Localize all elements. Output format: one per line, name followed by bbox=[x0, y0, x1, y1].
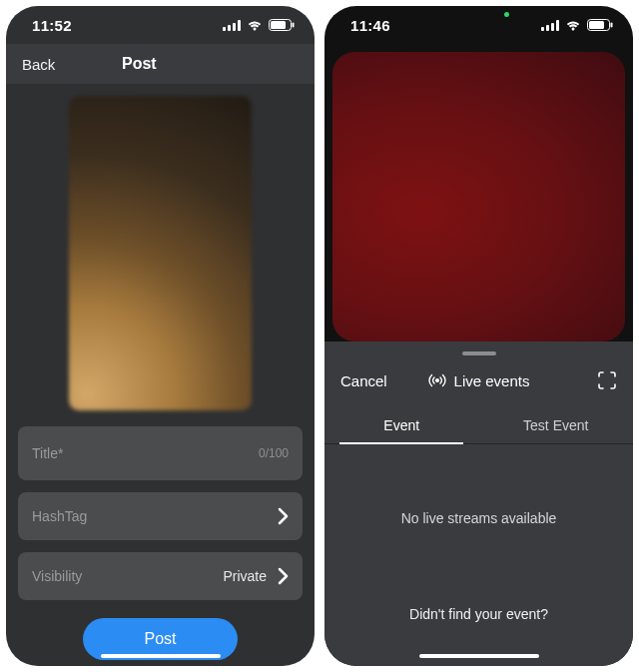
camera-viewfinder[interactable] bbox=[332, 52, 625, 341]
title-placeholder: Title* bbox=[32, 445, 63, 461]
sheet-title-text: Live events bbox=[454, 372, 530, 389]
svg-rect-9 bbox=[551, 23, 554, 31]
svg-rect-6 bbox=[293, 23, 295, 28]
wifi-icon bbox=[247, 20, 263, 31]
title-field[interactable]: Title* 0/100 bbox=[18, 426, 303, 480]
phone-post-screen: 11:52 Back Post Title* 0/100 HashTag bbox=[6, 6, 315, 666]
nav-bar: Back Post bbox=[6, 44, 315, 84]
event-tabs: Event Test Event bbox=[324, 407, 633, 444]
scan-button[interactable] bbox=[547, 371, 617, 389]
scan-icon bbox=[597, 371, 617, 389]
svg-rect-12 bbox=[589, 21, 604, 29]
home-indicator[interactable] bbox=[419, 654, 539, 658]
cancel-button[interactable]: Cancel bbox=[340, 372, 410, 389]
visibility-value: Private bbox=[223, 568, 267, 584]
tab-event[interactable]: Event bbox=[324, 407, 479, 443]
home-indicator[interactable] bbox=[101, 654, 221, 658]
back-button[interactable]: Back bbox=[6, 56, 76, 73]
svg-rect-0 bbox=[223, 27, 226, 31]
signal-icon bbox=[223, 20, 241, 31]
status-icons bbox=[541, 19, 613, 31]
sheet-title: Live events bbox=[410, 372, 547, 389]
title-char-count: 0/100 bbox=[259, 446, 289, 460]
status-time: 11:52 bbox=[32, 17, 72, 34]
status-bar: 11:52 bbox=[6, 6, 315, 44]
status-time: 11:46 bbox=[350, 17, 390, 34]
wifi-icon bbox=[565, 20, 581, 31]
svg-point-14 bbox=[435, 378, 439, 382]
svg-rect-8 bbox=[546, 25, 549, 31]
signal-icon bbox=[541, 20, 559, 31]
post-form: Title* 0/100 HashTag Visibility Private … bbox=[6, 426, 315, 660]
svg-rect-2 bbox=[233, 23, 236, 31]
broadcast-icon bbox=[428, 373, 446, 387]
svg-rect-1 bbox=[228, 25, 231, 31]
empty-state-text: No live streams available bbox=[324, 510, 633, 526]
visibility-label: Visibility bbox=[32, 568, 82, 584]
media-preview[interactable] bbox=[69, 96, 252, 410]
chevron-right-icon bbox=[277, 567, 289, 585]
status-bar: 11:46 bbox=[324, 6, 633, 44]
visibility-field[interactable]: Visibility Private bbox=[18, 552, 303, 600]
battery-icon bbox=[269, 19, 295, 31]
media-preview-wrap bbox=[6, 84, 315, 426]
battery-icon bbox=[587, 19, 613, 31]
sheet-drag-handle[interactable] bbox=[462, 351, 496, 355]
phone-live-events-screen: 11:46 Cancel Live events Event Test Even… bbox=[324, 6, 633, 666]
find-event-link[interactable]: Didn't find your event? bbox=[324, 606, 633, 622]
privacy-dot-icon bbox=[504, 12, 509, 17]
sheet-header: Cancel Live events bbox=[324, 365, 633, 407]
chevron-right-icon bbox=[277, 507, 289, 525]
svg-rect-10 bbox=[556, 20, 559, 31]
hashtag-label: HashTag bbox=[32, 508, 87, 524]
hashtag-field[interactable]: HashTag bbox=[18, 492, 303, 540]
svg-rect-7 bbox=[541, 27, 544, 31]
nav-title: Post bbox=[76, 55, 245, 73]
live-events-sheet: Cancel Live events Event Test Event No l… bbox=[324, 341, 633, 666]
tab-test-event[interactable]: Test Event bbox=[479, 407, 634, 443]
svg-rect-5 bbox=[271, 21, 286, 29]
svg-rect-13 bbox=[611, 23, 613, 28]
status-icons bbox=[223, 19, 295, 31]
svg-rect-3 bbox=[238, 20, 241, 31]
